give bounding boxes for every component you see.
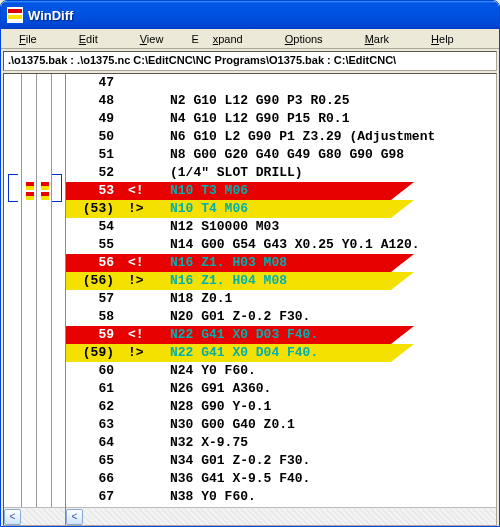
window-title: WinDiff xyxy=(28,8,73,23)
diff-symbol: <! xyxy=(124,254,168,272)
line-number: 49 xyxy=(66,110,124,128)
outline-panel[interactable]: < xyxy=(4,74,66,525)
line-number: 60 xyxy=(66,362,124,380)
outline-bracket xyxy=(8,201,18,202)
code-text: N20 G01 Z-0.2 F30. xyxy=(168,308,496,326)
diff-symbol xyxy=(124,74,168,92)
scroll-track[interactable] xyxy=(83,509,496,525)
menu-file[interactable]: File xyxy=(5,33,51,45)
code-text: N2 G10 L12 G90 P3 R0.25 xyxy=(168,92,496,110)
diff-line-left[interactable]: 59<!N22 G41 X0 D03 F40. xyxy=(66,326,496,344)
code-text: N26 G91 A360. xyxy=(168,380,496,398)
code-text: N36 G41 X-9.5 F40. xyxy=(168,470,496,488)
diff-symbol: <! xyxy=(124,326,168,344)
line-number: (53) xyxy=(66,200,124,218)
outline-divider xyxy=(21,74,22,507)
line-number: 54 xyxy=(66,218,124,236)
line-number: 56 xyxy=(66,254,124,272)
code-text: N16 Z1. H04 M08 xyxy=(168,272,496,290)
menu-edit[interactable]: Edit xyxy=(65,33,112,45)
diff-line-right[interactable]: (59)!>N22 G41 X0 D04 F40. xyxy=(66,344,496,362)
code-text: N16 Z1. H03 M08 xyxy=(168,254,496,272)
menu-mark[interactable]: Mark xyxy=(351,33,403,45)
line-number: 62 xyxy=(66,398,124,416)
diff-line[interactable]: 61N26 G91 A360. xyxy=(66,380,496,398)
diff-line[interactable]: 57N18 Z0.1 xyxy=(66,290,496,308)
diff-line[interactable]: 66N36 G41 X-9.5 F40. xyxy=(66,470,496,488)
line-number: 64 xyxy=(66,434,124,452)
code-text: N22 G41 X0 D03 F40. xyxy=(168,326,496,344)
content-scrollbar[interactable]: < xyxy=(66,507,496,525)
code-text: N8 G00 G20 G40 G49 G80 G90 G98 xyxy=(168,146,496,164)
code-text xyxy=(168,74,496,92)
diff-line[interactable]: 64N32 X-9.75 xyxy=(66,434,496,452)
diff-symbol xyxy=(124,362,168,380)
line-number: 53 xyxy=(66,182,124,200)
line-number: 65 xyxy=(66,452,124,470)
diff-symbol xyxy=(124,308,168,326)
diff-line[interactable]: 63N30 G00 G40 Z0.1 xyxy=(66,416,496,434)
line-number: (56) xyxy=(66,272,124,290)
code-text: N6 G10 L2 G90 P1 Z3.29 (Adjustment xyxy=(168,128,496,146)
diff-symbol xyxy=(124,452,168,470)
diff-line[interactable]: 48N2 G10 L12 G90 P3 R0.25 xyxy=(66,92,496,110)
code-text: N34 G01 Z-0.2 F30. xyxy=(168,452,496,470)
scroll-left-icon[interactable]: < xyxy=(4,509,21,525)
diff-line[interactable]: 54N12 S10000 M03 xyxy=(66,218,496,236)
code-text: N32 X-9.75 xyxy=(168,434,496,452)
outline-mark-left xyxy=(26,196,34,200)
line-number: 55 xyxy=(66,236,124,254)
outline-mark-left xyxy=(26,186,34,190)
diff-line-left[interactable]: 53<!N10 T3 M06 xyxy=(66,182,496,200)
diff-symbol xyxy=(124,434,168,452)
diff-line-left[interactable]: 56<!N16 Z1. H03 M08 xyxy=(66,254,496,272)
scroll-track[interactable] xyxy=(21,509,65,525)
diff-line[interactable]: 50N6 G10 L2 G90 P1 Z3.29 (Adjustment xyxy=(66,128,496,146)
diff-line[interactable]: 51N8 G00 G20 G40 G49 G80 G90 G98 xyxy=(66,146,496,164)
menu-options[interactable]: Options xyxy=(271,33,337,45)
diff-symbol xyxy=(124,110,168,128)
workarea: < 4748N2 G10 L12 G90 P3 R0.2549N4 G10 L1… xyxy=(3,73,497,526)
outline-bracket xyxy=(52,201,62,202)
outline-scrollbar[interactable]: < xyxy=(4,507,65,525)
line-number: 52 xyxy=(66,164,124,182)
diff-line[interactable]: 67N38 Y0 F60. xyxy=(66,488,496,506)
diff-symbol: !> xyxy=(124,200,168,218)
diff-symbol xyxy=(124,290,168,308)
scroll-left-icon[interactable]: < xyxy=(66,509,83,525)
line-number: 51 xyxy=(66,146,124,164)
menu-view[interactable]: View xyxy=(126,33,178,45)
diff-line[interactable]: 52(1/4" SLOT DRILL) xyxy=(66,164,496,182)
diff-line[interactable]: 47 xyxy=(66,74,496,92)
line-number: 50 xyxy=(66,128,124,146)
line-number: 47 xyxy=(66,74,124,92)
diff-line[interactable]: 62N28 G90 Y-0.1 xyxy=(66,398,496,416)
diff-symbol xyxy=(124,236,168,254)
diff-line[interactable]: 65N34 G01 Z-0.2 F30. xyxy=(66,452,496,470)
code-text: N28 G90 Y-0.1 xyxy=(168,398,496,416)
outline-divider xyxy=(51,74,52,507)
diff-line-right[interactable]: (56)!>N16 Z1. H04 M08 xyxy=(66,272,496,290)
diff-line[interactable]: 55N14 G00 G54 G43 X0.25 Y0.1 A120. xyxy=(66,236,496,254)
outline-mark-right xyxy=(41,196,49,200)
diff-symbol xyxy=(124,92,168,110)
outline-bracket xyxy=(8,174,18,175)
code-text: N14 G00 G54 G43 X0.25 Y0.1 A120. xyxy=(168,236,496,254)
menu-help[interactable]: Help xyxy=(417,33,468,45)
diff-line[interactable]: 58N20 G01 Z-0.2 F30. xyxy=(66,308,496,326)
lines-container: 4748N2 G10 L12 G90 P3 R0.2549N4 G10 L12 … xyxy=(66,74,496,507)
code-text: N10 T4 M06 xyxy=(168,200,496,218)
code-text: N30 G00 G40 Z0.1 xyxy=(168,416,496,434)
diff-line[interactable]: 60N24 Y0 F60. xyxy=(66,362,496,380)
line-number: (59) xyxy=(66,344,124,362)
diff-line[interactable]: 49N4 G10 L12 G90 P15 R0.1 xyxy=(66,110,496,128)
line-number: 63 xyxy=(66,416,124,434)
code-text: N10 T3 M06 xyxy=(168,182,496,200)
windiff-app-icon xyxy=(7,7,23,23)
menu-expand[interactable]: Expand xyxy=(191,33,256,45)
diff-symbol xyxy=(124,398,168,416)
diff-line-right[interactable]: (53)!>N10 T4 M06 xyxy=(66,200,496,218)
titlebar[interactable]: WinDiff xyxy=(1,1,499,29)
code-text: N24 Y0 F60. xyxy=(168,362,496,380)
code-text: N12 S10000 M03 xyxy=(168,218,496,236)
